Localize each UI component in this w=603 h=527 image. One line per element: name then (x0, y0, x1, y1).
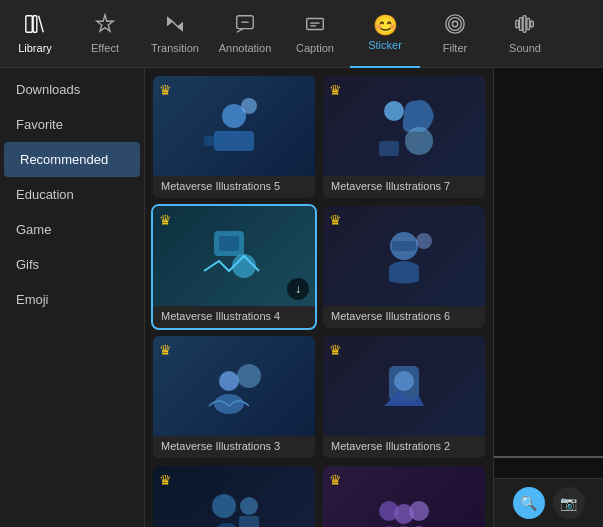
svg-point-22 (405, 127, 433, 155)
toolbar-label-caption: Caption (296, 42, 334, 54)
camera-icon: 📷 (560, 495, 577, 511)
card-thumb-3: ♛ ↓ (153, 206, 315, 306)
svg-point-35 (212, 494, 236, 518)
card-thumb-1: ♛ (153, 76, 315, 176)
filter-icon (444, 13, 466, 38)
svg-point-30 (219, 371, 239, 391)
transition-icon (164, 13, 186, 38)
sticker-card-5[interactable]: ♛ Metaverse Illustrations 3 (153, 336, 315, 458)
svg-line-2 (172, 21, 178, 27)
sticker-card-3[interactable]: ♛ ↓ Metaverse Illustrations 4 (153, 206, 315, 328)
svg-rect-0 (26, 16, 32, 33)
sidebar-item-favorite[interactable]: Favorite (0, 107, 144, 142)
sound-icon (514, 13, 536, 38)
card-label-4: Metaverse Illustrations 6 (323, 306, 485, 328)
crown-icon-7: ♛ (159, 472, 172, 488)
toolbar-item-transition[interactable]: Transition (140, 0, 210, 68)
sidebar-item-downloads[interactable]: Downloads (0, 72, 144, 107)
card-thumb-2: ♛ (323, 76, 485, 176)
svg-point-28 (416, 233, 432, 249)
svg-point-31 (214, 394, 244, 414)
toolbar-item-sticker[interactable]: 😊 Sticker (350, 0, 420, 68)
annotation-icon (234, 13, 256, 38)
sticker-card-8[interactable]: ♛ Mask Man (323, 466, 485, 527)
toolbar: Library Effect Transition Annotation (0, 0, 603, 68)
svg-rect-1 (33, 16, 37, 33)
toolbar-item-effect[interactable]: Effect (70, 0, 140, 68)
sidebar-item-gifs[interactable]: Gifs (0, 247, 144, 282)
crown-icon-6: ♛ (329, 342, 342, 358)
right-panel: 🔍 📷 (493, 68, 603, 527)
crown-icon-5: ♛ (159, 342, 172, 358)
svg-point-34 (394, 371, 414, 391)
toolbar-item-library[interactable]: Library (0, 0, 70, 68)
svg-rect-20 (204, 136, 219, 146)
toolbar-label-filter: Filter (443, 42, 467, 54)
svg-rect-6 (307, 19, 324, 30)
sticker-card-1[interactable]: ♛ Metaverse Illustrations 5 (153, 76, 315, 198)
svg-point-37 (240, 497, 258, 515)
card-label-1: Metaverse Illustrations 5 (153, 176, 315, 198)
crown-icon-3: ♛ (159, 212, 172, 228)
sidebar-item-game[interactable]: Game (0, 212, 144, 247)
svg-rect-12 (516, 20, 519, 27)
preview-area (494, 68, 603, 478)
toolbar-item-caption[interactable]: Caption (280, 0, 350, 68)
crown-icon-8: ♛ (329, 472, 342, 488)
svg-rect-23 (379, 141, 399, 156)
card-label-5: Metaverse Illustrations 3 (153, 436, 315, 458)
svg-point-9 (452, 21, 458, 27)
toolbar-item-annotation[interactable]: Annotation (210, 0, 280, 68)
preview-bottom-bar: 🔍 📷 (494, 478, 603, 527)
sticker-card-6[interactable]: ♛ Metaverse Illustrations 2 (323, 336, 485, 458)
card-thumb-4: ♛ (323, 206, 485, 306)
svg-rect-29 (392, 241, 416, 251)
sidebar-item-education[interactable]: Education (0, 177, 144, 212)
search-button[interactable]: 🔍 (513, 487, 545, 519)
toolbar-label-effect: Effect (91, 42, 119, 54)
camera-button[interactable]: 📷 (553, 487, 585, 519)
toolbar-item-sound[interactable]: Sound (490, 0, 560, 68)
card-label-6: Metaverse Illustrations 2 (323, 436, 485, 458)
card-thumb-5: ♛ (153, 336, 315, 436)
card-thumb-6: ♛ (323, 336, 485, 436)
sticker-card-7[interactable]: ♛ Metaverse Illustrations 1 (153, 466, 315, 527)
svg-point-21 (384, 101, 404, 121)
library-icon (24, 13, 46, 38)
card-thumb-8: ♛ (323, 466, 485, 527)
toolbar-item-filter[interactable]: Filter (420, 0, 490, 68)
svg-point-32 (237, 364, 261, 388)
svg-point-10 (449, 18, 462, 31)
card-label-2: Metaverse Illustrations 7 (323, 176, 485, 198)
download-badge-3: ↓ (287, 278, 309, 300)
caption-icon (304, 13, 326, 38)
svg-rect-18 (214, 131, 254, 151)
crown-icon-4: ♛ (329, 212, 342, 228)
svg-point-26 (232, 254, 256, 278)
svg-rect-14 (523, 16, 526, 33)
crown-icon-2: ♛ (329, 82, 342, 98)
toolbar-label-sound: Sound (509, 42, 541, 54)
toolbar-label-sticker: Sticker (368, 39, 402, 51)
svg-rect-25 (219, 236, 239, 251)
svg-rect-16 (531, 21, 534, 27)
svg-point-19 (241, 98, 257, 114)
toolbar-label-annotation: Annotation (219, 42, 272, 54)
sidebar-item-recommended[interactable]: Recommended (4, 142, 140, 177)
crown-icon-1: ♛ (159, 82, 172, 98)
sticker-card-2[interactable]: ♛ Metaverse Illustrations 7 (323, 76, 485, 198)
search-icon: 🔍 (520, 495, 537, 511)
svg-rect-15 (527, 19, 530, 30)
sticker-icon: 😊 (373, 15, 398, 35)
svg-point-40 (409, 501, 429, 521)
preview-timeline-line (494, 456, 603, 458)
svg-rect-13 (520, 18, 523, 31)
sidebar-item-emoji[interactable]: Emoji (0, 282, 144, 317)
svg-rect-36 (239, 516, 259, 527)
sticker-grid: ♛ Metaverse Illustrations 5 ♛ (153, 76, 485, 527)
content-area: ♛ Metaverse Illustrations 5 ♛ (145, 68, 493, 527)
main-area: Downloads Favorite Recommended Education… (0, 68, 603, 527)
sticker-card-4[interactable]: ♛ Metaverse Illustrations 6 (323, 206, 485, 328)
toolbar-label-transition: Transition (151, 42, 199, 54)
sidebar: Downloads Favorite Recommended Education… (0, 68, 145, 527)
